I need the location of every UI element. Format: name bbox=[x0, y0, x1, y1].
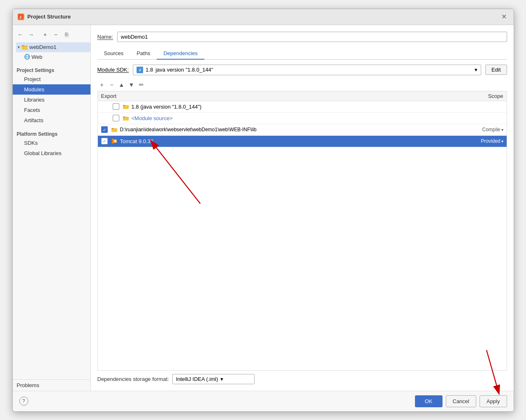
lib-scope[interactable]: Compile ▾ bbox=[482, 127, 503, 132]
dependencies-table-header: Export Scope bbox=[97, 91, 507, 101]
apply-button[interactable]: Apply bbox=[480, 395, 507, 407]
web-icon bbox=[24, 54, 30, 60]
svg-rect-9 bbox=[123, 106, 129, 109]
sidebar-nav: ← → + − ⎘ bbox=[13, 28, 90, 41]
tree-item-webdemo1[interactable]: webDemo1 bbox=[30, 44, 57, 50]
tomcat-dep-name: Tomcat 9.0.36 bbox=[120, 138, 481, 144]
svg-rect-10 bbox=[123, 105, 125, 106]
remove-dependency-button[interactable]: − bbox=[107, 80, 116, 89]
sidebar-item-global-libraries[interactable]: Global Libraries bbox=[13, 148, 90, 158]
svg-rect-12 bbox=[123, 118, 129, 121]
name-row: Name: bbox=[97, 32, 507, 42]
tab-sources[interactable]: Sources bbox=[97, 48, 130, 60]
ok-button[interactable]: OK bbox=[415, 395, 443, 407]
svg-rect-13 bbox=[123, 116, 125, 118]
folder-icon-module-source bbox=[123, 115, 129, 121]
storage-dropdown-icon: ▾ bbox=[220, 376, 223, 382]
cancel-button[interactable]: Cancel bbox=[446, 395, 476, 407]
right-panel: Name: Sources Paths Dependencies Module … bbox=[91, 25, 514, 391]
folder-icon-jdk bbox=[123, 103, 129, 110]
tomcat-scope-caret-icon[interactable]: ▾ bbox=[501, 139, 503, 144]
svg-rect-17 bbox=[112, 139, 114, 144]
jdk-checkbox[interactable] bbox=[113, 103, 119, 110]
title-bar-left: J Project Structure bbox=[18, 14, 71, 20]
tomcat-scope-label: Provided bbox=[481, 138, 500, 144]
jdk-dep-name: 1.8 (java version "1.8.0_144") bbox=[132, 104, 503, 110]
folder-icon-lib bbox=[111, 126, 118, 133]
module-folder-icon bbox=[21, 44, 28, 51]
sdk-name: java version "1.8.0_144" bbox=[155, 67, 213, 73]
sidebar-item-problems[interactable]: Problems bbox=[13, 379, 90, 391]
dialog-footer: ? OK Cancel Apply bbox=[13, 391, 514, 411]
tomcat-scope[interactable]: Provided ▾ bbox=[481, 138, 503, 144]
tomcat-icon bbox=[111, 138, 118, 144]
sdk-version: 1.8 bbox=[146, 67, 153, 73]
back-button[interactable]: ← bbox=[16, 30, 25, 39]
sidebar-item-sdks[interactable]: SDKs bbox=[13, 138, 90, 148]
sidebar-item-artifacts[interactable]: Artifacts bbox=[13, 115, 90, 125]
dependencies-table: 1.8 (java version "1.8.0_144") <Module s… bbox=[97, 101, 507, 371]
dependency-row-jdk[interactable]: 1.8 (java version "1.8.0_144") bbox=[98, 101, 507, 113]
move-down-button[interactable]: ▼ bbox=[127, 80, 136, 89]
add-button[interactable]: + bbox=[41, 30, 50, 39]
sidebar-item-modules[interactable]: Modules bbox=[13, 84, 90, 95]
tabs: Sources Paths Dependencies bbox=[97, 48, 507, 60]
storage-row: Dependencies storage format: IntelliJ ID… bbox=[97, 374, 507, 384]
forward-button[interactable]: → bbox=[27, 30, 36, 39]
svg-rect-15 bbox=[111, 129, 117, 132]
main-content: ← → + − ⎘ ▾ webDemo1 bbox=[13, 25, 514, 391]
close-button[interactable]: ✕ bbox=[500, 12, 509, 21]
svg-rect-3 bbox=[22, 46, 28, 50]
svg-text:J: J bbox=[19, 15, 21, 19]
tab-paths[interactable]: Paths bbox=[130, 48, 157, 60]
lib-scope-label: Compile bbox=[482, 127, 500, 132]
sdk-dropdown-icon: ▾ bbox=[475, 67, 477, 73]
export-column-header: Export bbox=[101, 93, 117, 99]
project-settings-header: Project Settings bbox=[13, 65, 90, 74]
platform-settings-header: Platform Settings bbox=[13, 129, 90, 138]
sidebar-item-project[interactable]: Project bbox=[13, 74, 90, 84]
storage-select[interactable]: IntelliJ IDEA (.iml) ▾ bbox=[172, 374, 255, 384]
copy-button[interactable]: ⎘ bbox=[62, 30, 71, 39]
dependency-row-module-source[interactable]: <Module source> bbox=[98, 113, 507, 124]
tomcat-checkbox[interactable]: ✓ bbox=[101, 138, 108, 144]
sdk-select-inner: J 1.8 java version "1.8.0_144" bbox=[137, 67, 213, 73]
app-icon: J bbox=[18, 14, 24, 20]
tab-dependencies[interactable]: Dependencies bbox=[157, 48, 204, 60]
tree-collapse-icon[interactable]: ▾ bbox=[18, 45, 20, 49]
scope-column-header: Scope bbox=[488, 93, 503, 99]
name-label: Name: bbox=[97, 34, 113, 40]
svg-rect-19 bbox=[114, 140, 116, 142]
sidebar-item-libraries[interactable]: Libraries bbox=[13, 95, 90, 105]
dialog-title: Project Structure bbox=[28, 14, 71, 20]
title-bar: J Project Structure ✕ bbox=[13, 9, 514, 25]
help-button[interactable]: ? bbox=[19, 397, 28, 406]
lib-scope-caret-icon[interactable]: ▾ bbox=[501, 128, 503, 132]
dependency-toolbar: + − ▲ ▼ ✏ bbox=[97, 80, 507, 89]
module-sdk-label: Module SDK: bbox=[97, 67, 129, 73]
module-source-checkbox[interactable] bbox=[113, 115, 119, 121]
sidebar-item-facets[interactable]: Facets bbox=[13, 105, 90, 115]
add-dependency-button[interactable]: + bbox=[97, 80, 107, 89]
svg-rect-16 bbox=[111, 128, 114, 129]
name-input[interactable] bbox=[117, 32, 507, 42]
remove-button[interactable]: − bbox=[51, 30, 60, 39]
dependency-row-tomcat[interactable]: ✓ Tomcat 9.0.36 Provided ▾ bbox=[98, 136, 507, 147]
tree-item-web[interactable]: Web bbox=[32, 54, 43, 60]
lib-dep-name: D:\ruanjian\idea\work\webservlet\webDemo… bbox=[120, 127, 482, 132]
project-structure-dialog: J Project Structure ✕ ← → + − ⎘ ▾ bbox=[12, 9, 514, 412]
sidebar: ← → + − ⎘ ▾ webDemo1 bbox=[13, 25, 91, 391]
sdk-select[interactable]: J 1.8 java version "1.8.0_144" ▾ bbox=[133, 65, 481, 75]
edit-dependency-button[interactable]: ✏ bbox=[137, 80, 146, 89]
storage-label: Dependencies storage format: bbox=[97, 376, 169, 382]
svg-rect-4 bbox=[22, 45, 24, 46]
sdk-java-icon: J bbox=[137, 67, 143, 73]
dependency-row-lib[interactable]: ✓ D:\ruanjian\idea\work\webservlet\webDe… bbox=[98, 124, 507, 136]
lib-checkbox[interactable]: ✓ bbox=[101, 126, 108, 133]
module-sdk-row: Module SDK: J 1.8 java version "1.8.0_14… bbox=[97, 65, 507, 75]
module-source-dep-name: <Module source> bbox=[132, 115, 503, 121]
move-up-button[interactable]: ▲ bbox=[117, 80, 126, 89]
edit-sdk-button[interactable]: Edit bbox=[485, 65, 507, 75]
storage-value: IntelliJ IDEA (.iml) bbox=[176, 376, 218, 382]
